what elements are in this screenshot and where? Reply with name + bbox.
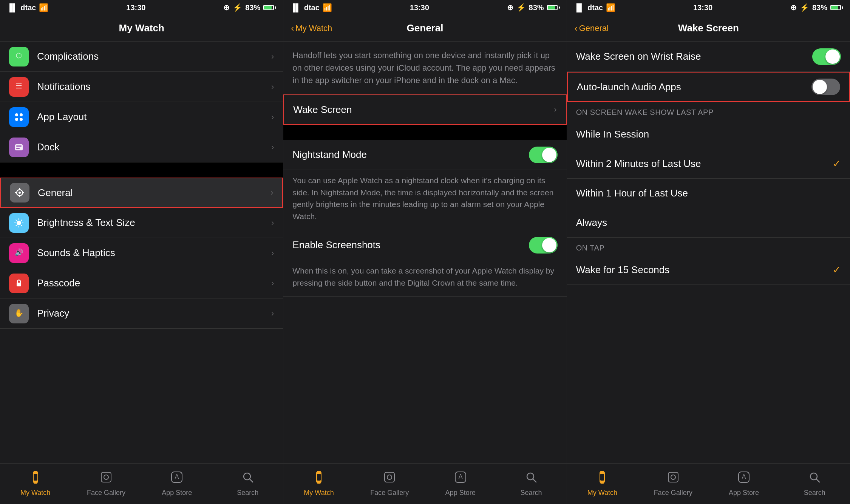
always-row[interactable]: Always [567, 208, 850, 238]
list-item-brightness[interactable]: Brightness & Text Size › [0, 208, 283, 238]
search-icon-2 [525, 471, 538, 487]
tab-app-store-3[interactable]: A App Store [708, 464, 779, 504]
enable-screenshots-toggle[interactable] [529, 237, 558, 254]
face-gallery-icon-3 [667, 471, 680, 487]
screenshots-description-text: When this is on, you can take a screensh… [292, 266, 554, 287]
svg-point-41 [104, 475, 108, 479]
sounds-label: Sounds & Haptics [37, 247, 267, 259]
auto-launch-toggle[interactable] [811, 79, 840, 95]
list-item-sounds[interactable]: 🔊 Sounds & Haptics › [0, 238, 283, 268]
nav-back-3[interactable]: ‹ General [575, 23, 609, 34]
svg-text:🔊: 🔊 [15, 248, 23, 256]
svg-rect-59 [600, 482, 604, 484]
nav-title-1: My Watch [119, 22, 164, 34]
svg-text:☰: ☰ [15, 81, 22, 90]
svg-point-61 [671, 475, 675, 479]
nav-back-2[interactable]: ‹ My Watch [291, 23, 332, 34]
auto-launch-row[interactable]: Auto-launch Audio Apps [567, 72, 850, 102]
tab-face-gallery-label-1: Face Gallery [87, 489, 125, 497]
screenshots-toggle-thumb [542, 238, 556, 252]
wrist-raise-row[interactable]: Wake Screen on Wrist Raise [567, 42, 850, 72]
tab-section-2: My Watch Face Gallery A App Store Search [283, 464, 567, 504]
app-layout-label: App Layout [37, 111, 267, 123]
svg-rect-39 [34, 482, 37, 484]
wake-screen-chevron: › [554, 105, 556, 114]
tab-app-store-2[interactable]: A App Store [425, 464, 496, 504]
list-item-app-layout[interactable]: App Layout › [0, 102, 283, 132]
svg-line-55 [533, 479, 536, 482]
privacy-chevron: › [271, 309, 274, 318]
tab-app-store-label-1: App Store [162, 489, 192, 497]
svg-line-45 [249, 479, 253, 482]
app-layout-chevron: › [271, 112, 274, 122]
svg-rect-49 [317, 482, 321, 484]
status-left-3: ▐▌ dtac 📶 [574, 3, 615, 12]
status-section-2: ▐▌ dtac 📶 13:30 ⊕ ⚡ 83% [283, 0, 567, 15]
status-section-3: ▐▌ dtac 📶 13:30 ⊕ ⚡ 83% [567, 0, 850, 15]
on-tap-header: ON TAP [567, 238, 850, 255]
handoff-info: Handoff lets you start something on one … [283, 42, 566, 94]
tab-face-gallery-label-2: Face Gallery [370, 489, 409, 497]
general-label: General [38, 187, 267, 199]
wake-screen-row[interactable]: Wake Screen › [283, 94, 566, 125]
list-item-general[interactable]: General › [0, 178, 283, 208]
tab-my-watch-2[interactable]: My Watch [283, 464, 354, 504]
svg-point-51 [387, 475, 392, 479]
nav-title-2: General [407, 22, 444, 34]
tab-section-3: My Watch Face Gallery A App Store Search [567, 464, 850, 504]
nightstand-mode-row[interactable]: Nightstand Mode [283, 140, 566, 170]
time-1: 13:30 [126, 3, 145, 12]
battery-percent-1: 83% [245, 3, 260, 12]
status-left-1: ▐▌ dtac 📶 [7, 3, 48, 12]
tab-search-1[interactable]: Search [212, 464, 283, 504]
app-store-icon-2: A [454, 471, 467, 487]
within-2-minutes-row[interactable]: Within 2 Minutes of Last Use ✓ [567, 149, 850, 179]
within-1-hour-row[interactable]: Within 1 Hour of Last Use [567, 179, 850, 208]
svg-rect-60 [668, 472, 678, 482]
list-item-passcode[interactable]: Passcode › [0, 268, 283, 298]
list-item-complications[interactable]: ⬡ Complications › [0, 42, 283, 72]
tab-face-gallery-2[interactable]: Face Gallery [354, 464, 425, 504]
tab-face-gallery-1[interactable]: Face Gallery [71, 464, 141, 504]
back-chevron-icon-2: ‹ [291, 23, 294, 34]
my-watch-icon-3 [596, 471, 609, 487]
enable-screenshots-row[interactable]: Enable Screenshots [283, 230, 566, 260]
tab-face-gallery-3[interactable]: Face Gallery [638, 464, 708, 504]
svg-text:A: A [742, 473, 746, 480]
tab-my-watch-1[interactable]: My Watch [0, 464, 71, 504]
brightness-icon [9, 213, 29, 233]
nightstand-mode-label: Nightstand Mode [292, 149, 367, 161]
my-watch-icon-1 [29, 471, 42, 487]
list-item-dock[interactable]: Dock › [0, 132, 283, 162]
tab-search-label-1: Search [237, 489, 258, 497]
tab-app-store-label-2: App Store [445, 489, 476, 497]
nav-bar: My Watch ‹ My Watch General ‹ General Wa… [0, 15, 850, 42]
face-gallery-icon-2 [383, 471, 396, 487]
nightstand-mode-toggle[interactable] [529, 147, 558, 163]
tab-search-2[interactable]: Search [496, 464, 566, 504]
svg-line-65 [816, 479, 820, 482]
nightstand-description-text: You can use Apple Watch as a nightstand … [292, 176, 553, 221]
bluetooth-icon-1: ⚡ [233, 3, 242, 12]
tab-app-store-1[interactable]: A App Store [142, 464, 212, 504]
search-icon-1 [241, 471, 254, 487]
general-icon [10, 183, 29, 203]
list-item-notifications[interactable]: ☰ Notifications › [0, 72, 283, 102]
notifications-label: Notifications [37, 81, 267, 93]
tab-app-store-label-3: App Store [729, 489, 759, 497]
wrist-raise-toggle[interactable] [812, 48, 841, 65]
always-label: Always [576, 217, 607, 229]
section-divider-p2 [283, 125, 566, 140]
panel-my-watch: ⬡ Complications › ☰ Notifications › App … [0, 42, 283, 463]
svg-text:A: A [175, 473, 179, 480]
svg-rect-48 [317, 471, 321, 472]
tab-my-watch-3[interactable]: My Watch [567, 464, 638, 504]
notifications-chevron: › [271, 82, 274, 92]
tab-search-3[interactable]: Search [779, 464, 850, 504]
nav-back-label-2: My Watch [295, 23, 332, 33]
list-item-privacy[interactable]: ✋ Privacy › [0, 298, 283, 329]
panel-wake-screen: Wake Screen on Wrist Raise Auto-launch A… [567, 42, 850, 463]
while-in-session-row[interactable]: While In Session [567, 120, 850, 149]
wake-15-row[interactable]: Wake for 15 Seconds ✓ [567, 255, 850, 285]
battery-percent-2: 83% [529, 3, 544, 12]
